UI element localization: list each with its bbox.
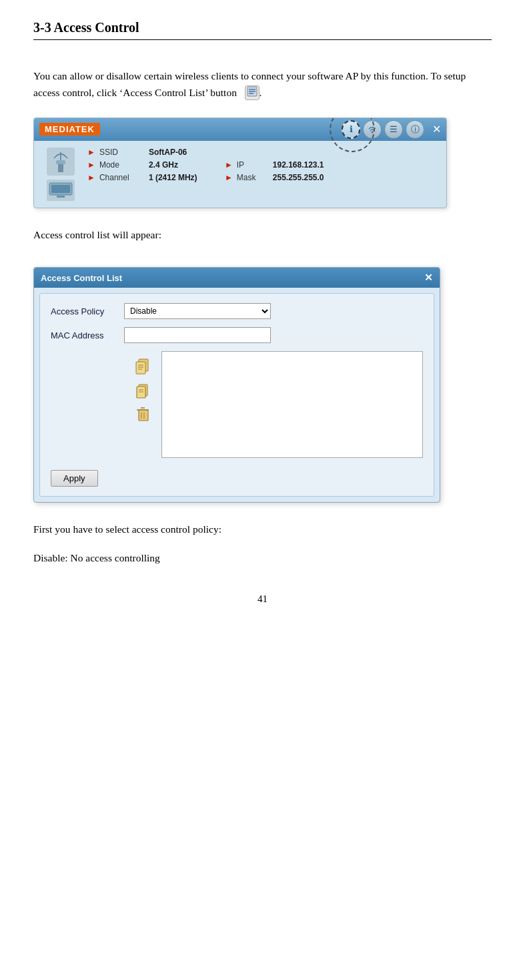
ap-info2-btn[interactable]: ⓘ [406, 120, 424, 139]
ap-channel-row: ► Channel 1 (2412 MHz) ► Mask 255.255.25… [87, 173, 440, 182]
svg-rect-9 [51, 185, 70, 193]
disable-desc-text: Disable: No access controlling [33, 550, 492, 567]
ap-close-btn[interactable]: ✕ [432, 123, 441, 136]
acl-title: Access Control List [41, 273, 122, 283]
acl-dialog: Access Control List ✕ Access Policy Disa… [33, 267, 440, 503]
ap-ssid-row: ► SSID SoftAP-06 [87, 148, 440, 157]
acl-content: Access Policy Disable MAC Address [39, 293, 434, 497]
svg-rect-12 [136, 362, 145, 374]
apply-button[interactable]: Apply [51, 470, 98, 487]
svg-rect-10 [57, 196, 65, 198]
access-control-list-icon [245, 85, 259, 100]
svg-point-4 [372, 131, 374, 133]
page-title: 3-3 Access Control [33, 20, 492, 40]
acl-titlebar: Access Control List ✕ [34, 268, 440, 288]
ap-toolbar: ℹ ☰ ⓘ ✕ [342, 120, 441, 139]
access-policy-label: Access Policy [51, 306, 124, 316]
mac-address-label: MAC Address [51, 330, 124, 340]
ap-widget-screenshot: MEDIATEK ℹ ☰ ⓘ ✕ [33, 117, 447, 208]
page-number: 41 [33, 593, 492, 605]
ap-info-grid: ► SSID SoftAP-06 ► Mode 2.4 GHz ► IP 192… [87, 148, 440, 201]
mac-address-input[interactable] [124, 327, 271, 343]
svg-rect-5 [58, 163, 63, 172]
ap-mode-row: ► Mode 2.4 GHz ► IP 192.168.123.1 [87, 160, 440, 170]
ap-body: ► SSID SoftAP-06 ► Mode 2.4 GHz ► IP 192… [34, 141, 446, 208]
acl-action-icons [129, 351, 156, 458]
acl-list-area[interactable] [161, 351, 423, 458]
after-widget-text: Access control list will appear: [33, 227, 492, 244]
acl-paste-icon[interactable] [132, 356, 153, 375]
ap-logo: MEDIATEK [39, 123, 100, 136]
ap-left-panel [41, 148, 81, 201]
ap-list-btn[interactable]: ☰ [384, 120, 403, 139]
ap-titlebar: MEDIATEK ℹ ☰ ⓘ ✕ [34, 118, 446, 141]
acl-delete-icon[interactable] [132, 405, 153, 423]
device-icon [47, 180, 75, 201]
acl-spacer [51, 351, 124, 458]
intro-paragraph: You can allow or disallow certain wirele… [33, 68, 492, 101]
antenna-icon [47, 148, 75, 176]
access-policy-row: Access Policy Disable [51, 303, 423, 319]
access-policy-select[interactable]: Disable [124, 303, 271, 319]
mac-address-row: MAC Address [51, 327, 423, 343]
acl-copy-icon[interactable] [132, 381, 153, 399]
ap-info-btn[interactable]: ℹ [342, 120, 360, 139]
acl-close-button[interactable]: ✕ [424, 272, 433, 284]
svg-rect-20 [139, 410, 148, 421]
ap-wifi-btn[interactable] [363, 120, 382, 139]
svg-rect-6 [56, 160, 65, 164]
policy-intro-text: First you have to select access control … [33, 521, 492, 538]
acl-middle-area [51, 351, 423, 458]
